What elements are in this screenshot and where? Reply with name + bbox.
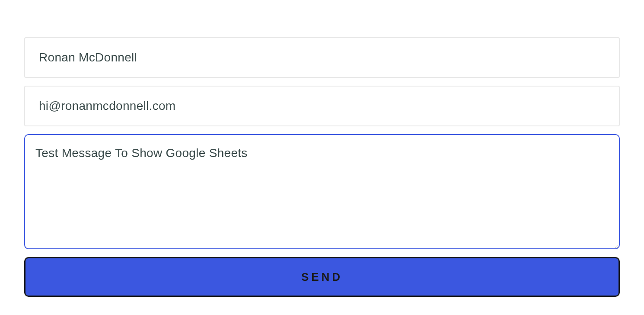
send-button[interactable]: SEND <box>24 257 620 297</box>
contact-form: Test Message To Show Google Sheets SEND <box>24 37 620 297</box>
email-input[interactable] <box>24 86 620 126</box>
name-input[interactable] <box>24 37 620 78</box>
message-textarea[interactable]: Test Message To Show Google Sheets <box>24 134 620 249</box>
